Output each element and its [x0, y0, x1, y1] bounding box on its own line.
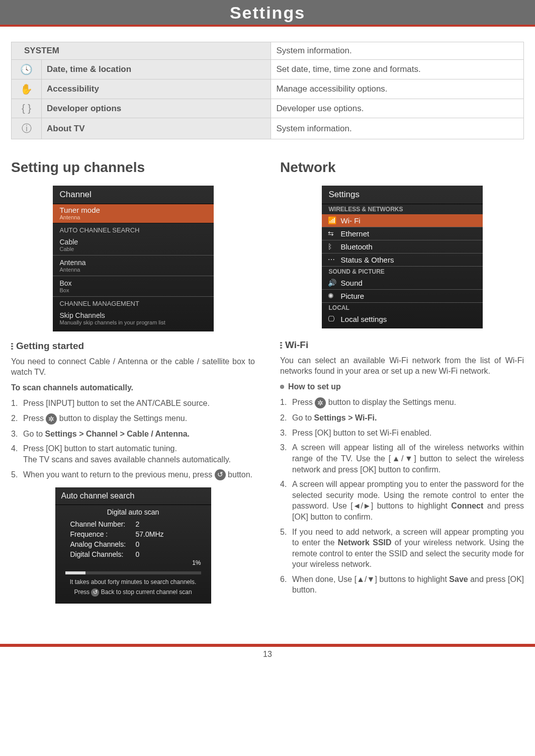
bullet-icon [280, 385, 284, 389]
gear-icon: ✲ [315, 397, 326, 408]
step-text: When you want to return to the previous … [23, 470, 215, 479]
ethernet-icon: ⇆ [328, 229, 334, 237]
search-note2: Press ↺ Back to stop current channel sca… [55, 586, 211, 599]
network-heading: Network [280, 159, 524, 176]
scan-steps: 1.Press [INPUT] button to set the ANT/CA… [11, 398, 255, 480]
wifi-row: 📶Wi- Fi [322, 214, 483, 227]
wifi-icon: 📶 [328, 216, 336, 224]
category: SOUND & PICTURE [322, 267, 483, 277]
wifi-heading: Wi-Fi [280, 340, 524, 351]
page-number: 13 [0, 647, 535, 665]
intro-text: You need to connect Cable / Antenna or t… [11, 357, 255, 378]
progress-pct: 1% [55, 559, 211, 566]
row-label: Developer options [42, 99, 271, 118]
skip-channels-row: Skip Channels Manually skip channels in … [53, 308, 214, 328]
step-text: button to display the Settings menu. [57, 414, 187, 423]
channel-row: Antenna Antenna [53, 256, 214, 276]
step-text: The TV scans and saves available channel… [23, 455, 231, 464]
settings-panel: Settings WIRELESS & NETWORKS 📶Wi- Fi ⇆Et… [322, 186, 483, 328]
auto-channel-search-panel: Auto channel search Digital auto scan Ch… [55, 487, 211, 604]
channel-panel: Channel Tuner mode Antenna AUTO CHANNEL … [53, 186, 214, 331]
picture-row: ✺Picture [322, 290, 483, 303]
back-icon: ↺ [91, 589, 99, 597]
category: LOCAL [322, 303, 483, 313]
info-icon: ⓘ [12, 118, 42, 139]
step-text: Press [23, 414, 46, 423]
channel-row: Cable Cable [53, 235, 214, 256]
picture-icon: ✺ [328, 292, 334, 300]
howto: How to set up [280, 382, 524, 392]
wifi-intro: You can select an available Wi-Fi networ… [280, 356, 524, 377]
clock-icon: 🕓 [12, 60, 42, 79]
back-icon: ↺ [215, 469, 226, 480]
status-row: ⋯Status & Others [322, 254, 483, 267]
row-desc: Developer use options. [271, 99, 524, 118]
search-note: It takes about forty minutes to search c… [55, 575, 211, 586]
local-icon: 🖵 [328, 315, 335, 323]
auto-search-sub: Digital auto scan [55, 505, 211, 519]
row-label: About TV [42, 118, 271, 139]
row-label: Accessibility [42, 79, 271, 99]
system-desc: System information. [271, 42, 524, 60]
setting-up-channels-heading: Setting up channels [11, 159, 255, 176]
row-desc: System information. [271, 118, 524, 139]
step-text: Go to [23, 430, 45, 438]
category: WIRELESS & NETWORKS [322, 204, 483, 214]
local-row: 🖵Local settings [322, 313, 483, 325]
sound-row: 🔊Sound [322, 277, 483, 290]
channel-management-head: CHANNEL MANAGEMENT [53, 297, 214, 308]
page-header: Settings [0, 0, 535, 27]
bluetooth-icon: ᛒ [328, 242, 332, 250]
channel-panel-title: Channel [53, 186, 214, 204]
settings-title: Settings [322, 186, 483, 204]
page-title: Settings [0, 3, 535, 23]
auto-search-title: Auto channel search [55, 487, 211, 505]
hand-icon: ✋ [12, 79, 42, 99]
braces-icon: { } [12, 99, 42, 118]
page-footer: 13 [0, 644, 535, 665]
row-desc: Set date, time, time zone and formats. [271, 60, 524, 79]
system-table: SYSTEM System information. 🕓 Date, time … [11, 42, 524, 139]
channel-row: Box Box [53, 276, 214, 297]
step-text: Press [INPUT] button to set the ANT/CABL… [23, 399, 210, 407]
status-icon: ⋯ [328, 256, 335, 264]
tuner-mode-row: Tuner mode Antenna [53, 204, 214, 223]
row-desc: Manage accessibility options. [271, 79, 524, 99]
step-bold: Settings > Channel > Cable / Antenna. [45, 430, 190, 438]
step-text: Press [OK] button to start automatic tun… [23, 444, 177, 453]
step-text: button. [226, 470, 252, 479]
bluetooth-row: ᛒBluetooth [322, 240, 483, 254]
progress-bar [65, 571, 201, 574]
scan-head: To scan channels automatically. [11, 383, 255, 393]
gear-icon: ✲ [46, 413, 57, 425]
tuner-mode-label: Tuner mode [60, 206, 207, 214]
wifi-steps: 1.Press ✲ button to display the Settings… [280, 397, 524, 596]
row-label: Date, time & location [42, 60, 271, 79]
ethernet-row: ⇆Ethernet [322, 227, 483, 240]
sound-icon: 🔊 [328, 279, 336, 287]
system-label: SYSTEM [12, 42, 271, 60]
getting-started-heading: Getting started [11, 341, 255, 352]
tuner-mode-value: Antenna [60, 214, 207, 220]
auto-channel-search-head: AUTO CHANNEL SEARCH [53, 223, 214, 235]
